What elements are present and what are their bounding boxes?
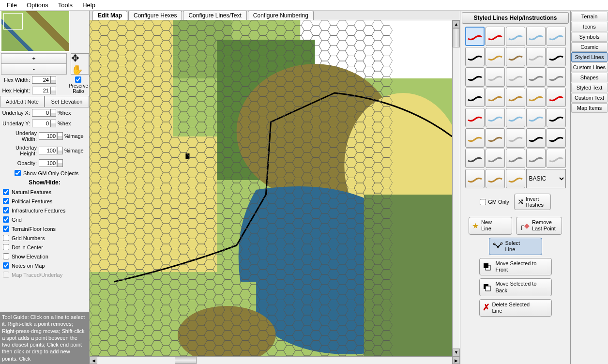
invert-hashes-button[interactable]: ⤨ Invert Hashes — [514, 194, 551, 210]
showhide-checkbox-8[interactable] — [3, 262, 9, 269]
move-to-back-button[interactable]: Move Selected to Back — [479, 278, 552, 296]
line-swatch-1-1[interactable] — [486, 47, 505, 66]
line-swatch-0-2[interactable] — [506, 27, 525, 46]
category-shapes[interactable]: Shapes — [571, 73, 608, 82]
line-swatch-4-2[interactable] — [506, 108, 525, 127]
line-swatch-7-1[interactable] — [486, 169, 505, 188]
category-custom-lines[interactable]: Custom Lines — [571, 62, 608, 72]
showhide-checkbox-2[interactable] — [3, 207, 9, 213]
gm-only-checkbox-label[interactable]: GM Only — [480, 199, 509, 205]
line-swatch-4-4[interactable] — [547, 108, 566, 127]
line-swatch-2-4[interactable] — [547, 67, 566, 87]
underlay-x-input[interactable] — [32, 109, 50, 117]
tab-configure-lines[interactable]: Configure Lines/Text — [183, 11, 246, 20]
line-swatch-6-0[interactable] — [465, 149, 485, 168]
showhide-checkbox-1[interactable] — [3, 198, 9, 204]
line-swatch-1-2[interactable] — [506, 47, 525, 66]
remove-last-point-button[interactable]: ┌◆ Remove Last Point — [516, 217, 562, 234]
line-swatch-6-4[interactable] — [547, 149, 566, 168]
opacity-input[interactable] — [39, 159, 57, 167]
tab-configure-hexes[interactable]: Configure Hexes — [128, 11, 182, 20]
hex-height-input[interactable] — [32, 87, 50, 94]
zoom-out-button[interactable]: - — [1, 64, 67, 75]
tab-configure-numbering[interactable]: Configure Numbering — [248, 11, 314, 20]
category-symbols[interactable]: Symbols — [571, 32, 608, 42]
hex-width-input[interactable] — [32, 76, 50, 84]
line-swatch-6-3[interactable] — [526, 149, 546, 168]
zoom-in-button[interactable]: + — [1, 53, 67, 64]
tab-edit-map[interactable]: Edit Map — [92, 11, 127, 20]
line-swatch-2-3[interactable] — [526, 67, 546, 87]
line-swatch-0-3[interactable] — [526, 27, 546, 46]
line-swatch-4-0[interactable] — [465, 108, 485, 127]
select-line-button[interactable]: Select Line — [489, 238, 542, 255]
opacity-spinner[interactable] — [57, 159, 63, 167]
new-line-button[interactable]: ★ New Line — [469, 217, 512, 234]
line-swatch-1-0[interactable] — [465, 47, 485, 66]
scroll-up-arrow[interactable]: ▲ — [453, 20, 460, 28]
underlay-h-input[interactable] — [39, 147, 57, 154]
gm-only-checkbox[interactable] — [480, 199, 486, 205]
category-custom-text[interactable]: Custom Text — [571, 93, 608, 103]
hscroll-thumb[interactable] — [175, 357, 197, 364]
underlay-w-spinner[interactable] — [57, 132, 63, 140]
line-swatch-2-0[interactable] — [465, 67, 485, 87]
scroll-right-arrow[interactable]: ▶ — [452, 357, 460, 364]
line-swatch-0-1[interactable] — [486, 27, 505, 46]
hex-map-canvas[interactable] — [90, 20, 452, 356]
underlay-x-spinner[interactable] — [50, 109, 56, 117]
menu-file[interactable]: File — [2, 0, 22, 10]
line-swatch-1-3[interactable] — [526, 47, 546, 66]
showhide-checkbox-4[interactable] — [3, 226, 9, 232]
hex-height-spinner[interactable] — [50, 87, 56, 94]
line-swatch-1-4[interactable] — [547, 47, 566, 66]
show-gm-checkbox[interactable] — [15, 170, 21, 176]
menu-tools[interactable]: Tools — [53, 0, 77, 10]
scroll-left-arrow[interactable]: ◀ — [90, 357, 97, 364]
category-styled-text[interactable]: Styled Text — [571, 83, 608, 92]
set-elevation-button[interactable]: Set Elevation — [45, 96, 89, 107]
underlay-y-spinner[interactable] — [50, 120, 56, 127]
horizontal-scrollbar[interactable]: ◀ ▶ — [90, 356, 460, 364]
line-swatch-3-3[interactable] — [526, 88, 546, 107]
category-cosmic[interactable]: Cosmic — [571, 42, 608, 52]
line-swatch-3-2[interactable] — [506, 88, 525, 107]
line-swatch-3-1[interactable] — [486, 88, 505, 107]
showhide-checkbox-0[interactable] — [3, 189, 9, 195]
underlay-y-input[interactable] — [32, 120, 50, 127]
line-swatch-7-0[interactable] — [465, 169, 485, 188]
line-swatch-0-4[interactable] — [547, 27, 566, 46]
category-icons[interactable]: Icons — [571, 22, 608, 31]
add-edit-note-button[interactable]: Add/Edit Note — [0, 96, 45, 107]
menu-options[interactable]: Options — [22, 0, 53, 10]
line-swatch-5-3[interactable] — [526, 128, 546, 148]
minimap[interactable] — [0, 11, 70, 52]
showhide-checkbox-5[interactable] — [3, 235, 9, 241]
hex-width-spinner[interactable] — [50, 76, 56, 84]
vscroll-thumb[interactable] — [453, 28, 460, 47]
delete-line-button[interactable]: ✗ Delete Selected Line — [479, 299, 552, 317]
underlay-h-spinner[interactable] — [57, 147, 63, 154]
line-swatch-7-2[interactable] — [506, 169, 525, 188]
showhide-checkbox-3[interactable] — [3, 216, 9, 223]
line-swatch-4-3[interactable] — [526, 108, 546, 127]
line-swatch-2-2[interactable] — [506, 67, 525, 87]
category-terrain[interactable]: Terrain — [571, 12, 608, 21]
category-map-items[interactable]: Map Items — [571, 103, 608, 113]
line-swatch-6-1[interactable] — [486, 149, 505, 168]
underlay-w-input[interactable] — [39, 132, 57, 140]
move-to-front-button[interactable]: Move Selected to Front — [479, 258, 552, 275]
showhide-checkbox-9[interactable] — [3, 272, 9, 278]
line-swatch-3-0[interactable] — [465, 88, 485, 107]
menu-help[interactable]: Help — [77, 0, 100, 10]
vertical-scrollbar[interactable]: ▲ ▼ — [452, 20, 460, 356]
line-style-select[interactable]: BASIC — [526, 169, 566, 188]
showhide-checkbox-6[interactable] — [3, 244, 9, 250]
line-swatch-5-1[interactable] — [486, 128, 505, 148]
line-swatch-3-4[interactable] — [547, 88, 566, 107]
line-swatch-6-2[interactable] — [506, 149, 525, 168]
preserve-ratio-checkbox[interactable] — [75, 76, 81, 83]
line-swatch-4-1[interactable] — [486, 108, 505, 127]
scroll-down-arrow[interactable]: ▼ — [453, 349, 460, 356]
line-swatch-5-4[interactable] — [547, 128, 566, 148]
